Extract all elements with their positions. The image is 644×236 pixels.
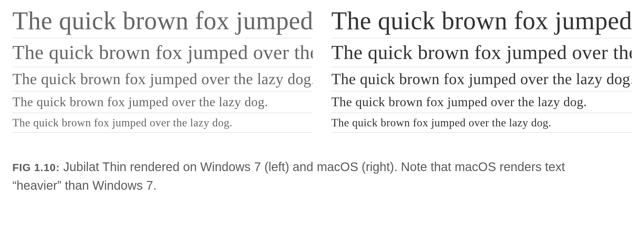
sample-text: The quick brown fox jumped over the lazy… [12, 67, 313, 91]
windows-column: The quick brown fox jumped over the lazy… [12, 6, 313, 133]
sample-text: The quick brown fox jumped over the lazy… [12, 113, 313, 133]
sample-text: The quick brown fox jumped over the lazy… [331, 67, 632, 91]
sample-text: The quick brown fox jumped over the lazy… [12, 91, 313, 113]
sample-text: The quick brown fox jumped over the lazy… [331, 6, 632, 38]
sample-text: The quick brown fox jumped over the lazy… [331, 91, 632, 113]
figure-label: FIG 1.10: [12, 161, 60, 173]
sample-text: The quick brown fox jumped over the lazy… [331, 38, 632, 67]
sample-text: The quick brown fox jumped over the lazy… [331, 113, 632, 133]
sample-text: The quick brown fox jumped over the lazy… [12, 38, 313, 67]
macos-column: The quick brown fox jumped over the lazy… [331, 6, 632, 133]
figure-caption-text: Jubilat Thin rendered on Windows 7 (left… [12, 160, 565, 192]
figure-caption: FIG 1.10: Jubilat Thin rendered on Windo… [12, 157, 602, 195]
font-comparison: The quick brown fox jumped over the lazy… [12, 6, 632, 133]
sample-text: The quick brown fox jumped over the lazy… [12, 6, 313, 38]
